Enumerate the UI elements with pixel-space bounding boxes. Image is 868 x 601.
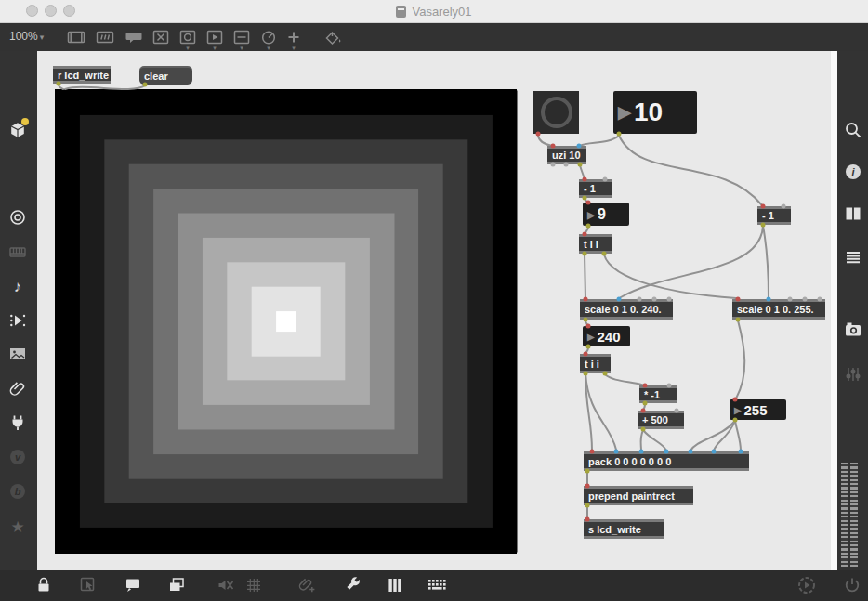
- lock-patcher-icon[interactable]: [33, 575, 54, 595]
- lcd-square-9: [276, 311, 296, 332]
- console-list-icon[interactable]: [843, 247, 863, 268]
- inlet-port-dot: [583, 177, 587, 182]
- object-box-prepend[interactable]: prepend paintrect: [584, 486, 693, 505]
- new-message-icon[interactable]: [95, 27, 115, 47]
- outlet-port-dot: [586, 345, 591, 349]
- inspector-info-icon[interactable]: i: [843, 162, 863, 182]
- piano-keys-icon[interactable]: [385, 575, 405, 595]
- message-box-clear[interactable]: clear: [139, 66, 192, 85]
- selection-tool-icon[interactable]: [78, 575, 99, 595]
- chevron-down-icon: ▾: [40, 33, 45, 42]
- outlet-port-dot: [536, 132, 541, 137]
- document-icon: [396, 6, 406, 18]
- box-label: scale 0 1 0. 240.: [585, 304, 662, 315]
- paint-bucket-icon[interactable]: [322, 27, 343, 47]
- beap-circle-icon[interactable]: b: [7, 481, 28, 502]
- object-box-receive[interactable]: r lcd_write: [53, 66, 111, 84]
- keyboard-icon[interactable]: [7, 242, 28, 262]
- outlet-port-dot: [586, 224, 591, 229]
- box-label: 255: [744, 402, 768, 418]
- outlet-port-dot: [583, 252, 587, 256]
- vimeo-circle-icon[interactable]: v: [7, 447, 28, 467]
- box-label: prepend paintrect: [588, 490, 675, 502]
- attach-plus-icon[interactable]: [297, 575, 318, 595]
- inlet-port-dot: [782, 204, 786, 209]
- outlet-port-dot: [602, 252, 607, 256]
- shortcuts-keyboard-icon[interactable]: [427, 575, 447, 595]
- target-circle-icon[interactable]: [7, 207, 28, 228]
- run-play-icon[interactable]: [796, 575, 817, 595]
- lcd-display[interactable]: [55, 89, 517, 554]
- inlet-port-dot: [585, 484, 590, 489]
- left-sidebar: ♪ v b ★: [0, 51, 37, 570]
- number-box-color[interactable]: ▶255: [730, 399, 786, 420]
- number-box-index[interactable]: ▶9: [583, 203, 629, 226]
- bottom-toolbar: [0, 570, 868, 601]
- mixer-faders-icon[interactable]: [843, 364, 863, 385]
- snapshot-camera-icon[interactable]: [843, 320, 863, 340]
- max-patcher-window: Vasarely01 100%▾ ▾ ▾ ▾ ▾ ▾: [0, 0, 868, 601]
- box-label: t i i: [584, 239, 598, 250]
- paperclip-icon[interactable]: [7, 378, 28, 398]
- outlet-port-dot: [733, 418, 738, 423]
- inlet-port-dot: [586, 324, 591, 329]
- inlet-port-dot: [617, 297, 622, 302]
- new-object-icon[interactable]: [66, 27, 86, 47]
- object-box-scale-position[interactable]: scale 0 1 0. 240.: [580, 299, 673, 320]
- inlet-port-dot: [643, 384, 648, 388]
- packages-cube-icon[interactable]: [7, 120, 28, 140]
- patcher-canvas[interactable]: r lcd_writeclear▶10uzi 10- 1▶9t i i- 1sc…: [37, 51, 837, 570]
- inlet-port-dot: [614, 450, 619, 454]
- grid-snap-icon[interactable]: [243, 575, 264, 595]
- inlet-port-dot: [818, 297, 822, 302]
- audio-note-icon[interactable]: ♪: [7, 276, 28, 296]
- outlet-port-dot: [641, 427, 646, 432]
- outlet-port-dot: [551, 163, 556, 167]
- inlet-port-dot: [590, 450, 595, 454]
- inlet-port-dot: [652, 297, 657, 302]
- object-box-send[interactable]: s lcd_write: [584, 519, 664, 539]
- number-box-iterations[interactable]: ▶10: [613, 91, 697, 134]
- audio-mute-icon[interactable]: [216, 575, 236, 595]
- inlet-port-dot: [664, 450, 669, 454]
- object-box-pack[interactable]: pack 0 0 0 0 0 0 0: [584, 451, 749, 471]
- window-titlebar: Vasarely01: [0, 0, 868, 23]
- box-label: 9: [598, 206, 606, 223]
- inlet-port-dot: [736, 297, 741, 302]
- outlet-port-dot: [583, 196, 587, 201]
- layers-icon[interactable]: [166, 575, 187, 595]
- search-icon[interactable]: [843, 120, 863, 140]
- audio-power-icon[interactable]: [842, 575, 862, 595]
- inlet-port-dot: [639, 450, 644, 454]
- number-box-position[interactable]: ▶240: [583, 326, 630, 346]
- jitter-playlist-icon[interactable]: [7, 310, 28, 331]
- inlet-port-dot: [577, 144, 582, 149]
- inlet-port-dot: [788, 297, 793, 302]
- favorites-star-icon[interactable]: ★: [7, 516, 28, 537]
- inlet-port-dot: [739, 450, 743, 454]
- new-comment-icon[interactable]: [124, 27, 144, 47]
- outlet-port-dot: [578, 163, 583, 167]
- audio-level-meter-right: [850, 463, 858, 567]
- split-view-icon[interactable]: [843, 203, 863, 224]
- number-triangle-icon: ▶: [618, 102, 631, 123]
- presentation-mode-icon[interactable]: [123, 575, 143, 595]
- bang-button[interactable]: [533, 91, 579, 134]
- outlet-port-dot: [603, 372, 608, 376]
- zoom-level-control[interactable]: 100%▾: [9, 30, 44, 43]
- box-label: - 1: [584, 183, 596, 194]
- vertical-scrollbar[interactable]: [831, 51, 837, 570]
- new-toggle-icon[interactable]: [151, 27, 171, 47]
- notification-badge: [21, 118, 29, 125]
- wrench-debug-icon[interactable]: [343, 575, 363, 595]
- right-sidebar: i: [837, 51, 868, 570]
- outlet-port-dot: [57, 82, 61, 86]
- box-label: pack 0 0 0 0 0 0 0: [588, 456, 671, 467]
- outlet-port-dot: [584, 318, 588, 322]
- outlet-port-dot: [643, 401, 648, 406]
- box-label: uzi 10: [552, 150, 581, 161]
- plug-icon[interactable]: [7, 412, 28, 433]
- image-icon[interactable]: [7, 344, 28, 364]
- inlet-port-dot: [586, 201, 591, 205]
- object-box-scale-color[interactable]: scale 0 1 0. 255.: [732, 299, 825, 320]
